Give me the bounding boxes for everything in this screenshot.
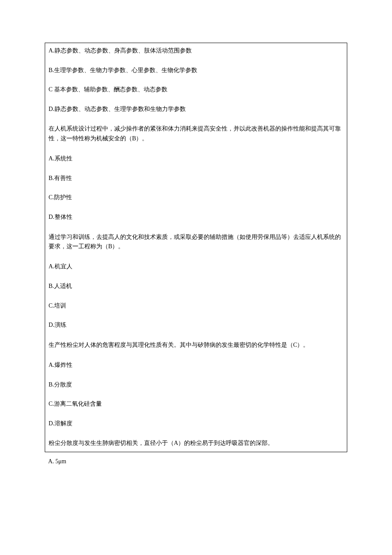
q1-option-d: D.静态参数、动态参数、生理学参数和生物力学参数 <box>49 102 343 121</box>
q3-stem: 通过学习和训练，去提高人的文化和技术素质，或采取必要的辅助措施（如使用劳保用品等… <box>49 229 343 259</box>
q3-option-b: B.人适机 <box>49 279 343 298</box>
document-page: A.静态参数、动态参数、身高参数、肢体活动范围参数 B.生理学参数、生物力学参数… <box>0 0 392 482</box>
q1-option-c: C 基本参数、辅助参数、酬态参数、动态参数 <box>49 82 343 102</box>
q2-option-d: D.整体性 <box>49 209 343 229</box>
q2-option-b: B.有善性 <box>49 171 343 190</box>
q4-option-d: D.溶解度 <box>49 416 343 436</box>
q3-option-d: D.演练 <box>49 317 343 337</box>
q1-option-a: A.静态参数、动态参数、身高参数、肢体活动范围参数 <box>49 43 343 63</box>
q2-stem: 在人机系统设计过程中，减少操作者的紧张和体力消耗来提高安全性，并以此改善机器的操… <box>49 121 343 151</box>
q4-option-c: C.游离二氧化硅含量 <box>49 396 343 416</box>
q5-option-a: A. 5μm <box>45 452 347 466</box>
q5-stem: 粉尘分散度与发生生肺病密切相关，直径小于（A）的粉尘易于到达呼吸器官的深部。 <box>49 435 343 451</box>
q1-option-b: B.生理学参数、生物力学参数、心里参数、生物化学参数 <box>49 63 343 82</box>
q4-option-a: A.爆炸性 <box>49 357 343 377</box>
q4-option-b: B.分散度 <box>49 377 343 397</box>
q2-option-a: A.系统性 <box>49 151 343 171</box>
q2-option-c: C.防护性 <box>49 190 343 209</box>
q3-option-a: A.机宜人 <box>49 259 343 279</box>
content-box: A.静态参数、动态参数、身高参数、肢体活动范围参数 B.生理学参数、生物力学参数… <box>45 43 347 452</box>
q4-stem: 生产性粉尘对人体的危害程度与其理化性质有关。其中与矽肺病的发生最密切的化学特性是… <box>49 337 343 357</box>
q3-option-c: C.培训 <box>49 298 343 318</box>
